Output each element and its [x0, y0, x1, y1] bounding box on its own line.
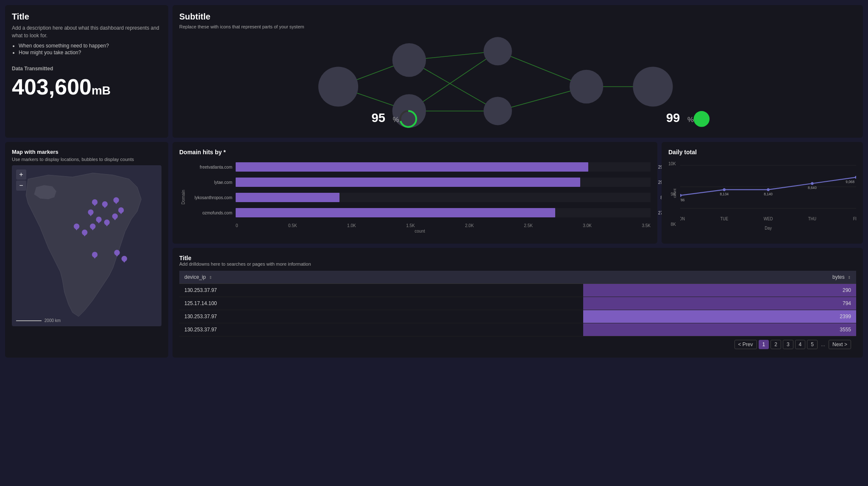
prev-button[interactable]: < Prev: [734, 340, 757, 349]
svg-point-62: [811, 182, 813, 185]
map-scale: 2000 km: [16, 318, 61, 323]
svg-point-22: [694, 111, 710, 127]
map-zoom-controls: + −: [16, 169, 26, 191]
col-header-ip[interactable]: device_ip ⇕: [179, 271, 583, 284]
data-table: device_ip ⇕ bytes ⇕ 130.253.37.97 290: [179, 271, 856, 336]
domain-bars: freetvatlanta.com 2990 lytae.com 2919 ly…: [189, 161, 651, 233]
svg-text:FRI: FRI: [853, 216, 856, 221]
zoom-in-button[interactable]: +: [16, 169, 26, 180]
bar-row-1: freetvatlanta.com 2990: [189, 161, 651, 173]
bullet-list: When does something need to happen? How …: [19, 43, 161, 56]
col-header-bytes[interactable]: bytes ⇕: [583, 271, 856, 284]
svg-text:99: 99: [666, 111, 680, 125]
domain-panel: Domain hits by * Domain freetvatlanta.co…: [172, 142, 657, 244]
svg-text:MON: MON: [680, 216, 685, 221]
bar-bg-1: 2990: [236, 162, 651, 172]
map-marker: [122, 256, 127, 263]
cell-bytes-2: 794: [583, 297, 856, 310]
svg-text:8,134: 8,134: [720, 192, 729, 196]
page-4-button[interactable]: 4: [795, 340, 806, 349]
svg-point-60: [723, 188, 725, 191]
cell-bytes-1: 290: [583, 284, 856, 297]
bar-fill-2: [236, 178, 580, 187]
bullet-item-2: How might you take action?: [19, 50, 161, 56]
y-axis: 10K 9K 8K: [668, 161, 679, 237]
svg-text:THU: THU: [808, 216, 816, 221]
svg-point-12: [484, 37, 512, 65]
svg-text:95: 95: [372, 111, 386, 125]
cell-ip-4: 130.253.37.97: [179, 323, 583, 336]
domain-y-label: Domain: [179, 190, 186, 204]
svg-point-14: [570, 70, 603, 103]
main-description: Add a description here about what this d…: [12, 24, 161, 39]
domain-chart-area: Domain freetvatlanta.com 2990 lytae.com …: [179, 161, 651, 233]
svg-text:7,786: 7,786: [680, 197, 685, 202]
bar-bg-4: 2724: [236, 208, 651, 217]
title-panel: Title Add a description here about what …: [5, 5, 168, 138]
daily-chart-area: 10K 9K 8K 7,786 8,134 8,140: [668, 161, 856, 237]
bar-label-3: lykosanthropos.com: [189, 195, 236, 200]
table-row: 125.17.14.100 794: [179, 297, 856, 310]
bar-fill-1: [236, 162, 588, 172]
daily-chart-inner: 7,786 8,134 8,140 8,640 9,068 MON TUE WE…: [680, 161, 856, 237]
cell-bytes-4: 3555: [583, 323, 856, 336]
cell-ip-1: 130.253.37.97: [179, 284, 583, 297]
map-panel: Map with markers Use markers to display …: [5, 142, 168, 358]
svg-text:WED: WED: [764, 216, 773, 221]
zoom-out-button[interactable]: −: [16, 181, 26, 191]
map-svg: [12, 165, 161, 326]
cell-bytes-3: 2399: [583, 310, 856, 323]
table-row: 130.253.37.97 3555: [179, 323, 856, 336]
svg-text:Day: Day: [765, 226, 772, 231]
svg-point-59: [680, 194, 682, 197]
bar-label-1: freetvatlanta.com: [189, 165, 236, 169]
bar-bg-2: 2919: [236, 178, 651, 187]
map-title: Map with markers: [12, 149, 161, 155]
svg-marker-50: [122, 260, 126, 263]
map-container[interactable]: + −: [12, 165, 161, 326]
subtitle-title: Subtitle: [179, 12, 856, 22]
map-description: Use markers to display locations, bubble…: [12, 157, 161, 162]
data-transmitted-label: Data Transmitted: [12, 66, 161, 72]
x-axis-ticks: 0 0.5K 1.0K 1.5K 2.0K 2.5K 3.0K 3.5K: [236, 222, 651, 228]
next-button[interactable]: Next >: [829, 340, 851, 349]
svg-text:8,140: 8,140: [764, 192, 773, 196]
bullet-item-1: When does something need to happen?: [19, 43, 161, 49]
bar-row-4: ozmofunds.com 2724: [189, 206, 651, 219]
bar-label-4: ozmofunds.com: [189, 211, 236, 215]
svg-point-61: [767, 188, 769, 191]
bar-row-2: lytae.com 2919: [189, 176, 651, 189]
page-3-button[interactable]: 3: [783, 340, 793, 349]
table-description: Add drilldowns here to searches or pages…: [179, 261, 856, 267]
page-1-button[interactable]: 1: [759, 340, 769, 349]
page-5-button[interactable]: 5: [807, 340, 818, 349]
bar-fill-3: [236, 193, 339, 202]
daily-chart-title: Daily total: [668, 149, 856, 156]
sort-icon-bytes: ⇕: [848, 275, 851, 280]
network-svg: 95 % 99 %: [179, 33, 856, 131]
daily-line-svg: 7,786 8,134 8,140 8,640 9,068 MON TUE WE…: [680, 161, 856, 237]
data-transmitted-value: 403,600mB: [12, 74, 161, 100]
bar-fill-4: [236, 208, 555, 217]
table-row: 130.253.37.97 2399: [179, 310, 856, 323]
cell-ip-2: 125.17.14.100: [179, 297, 583, 310]
svg-text:%: %: [393, 116, 399, 124]
network-diagram: 95 % 99 %: [179, 33, 856, 131]
table-title: Title: [179, 255, 856, 261]
y-axis-label: count: [673, 189, 677, 198]
svg-text:%: %: [687, 116, 694, 124]
page-2-button[interactable]: 2: [771, 340, 781, 349]
daily-panel: Daily total 10K 9K 8K 7,786: [662, 142, 863, 244]
pagination-dots: ...: [819, 342, 827, 347]
table-panel: Title Add drilldowns here to searches or…: [172, 248, 863, 358]
pagination: < Prev 1 2 3 4 5 ... Next >: [179, 336, 856, 351]
svg-point-15: [633, 67, 673, 106]
subtitle-description: Replace these with icons that represent …: [179, 24, 856, 29]
domain-chart-title: Domain hits by *: [179, 149, 651, 156]
svg-text:9,068: 9,068: [846, 180, 854, 184]
table-row: 130.253.37.97 290: [179, 284, 856, 297]
bar-bg-3: 877: [236, 193, 651, 202]
subtitle-panel: Subtitle Replace these with icons that r…: [172, 5, 863, 138]
svg-point-9: [318, 67, 358, 106]
x-axis-label: count: [189, 229, 651, 233]
